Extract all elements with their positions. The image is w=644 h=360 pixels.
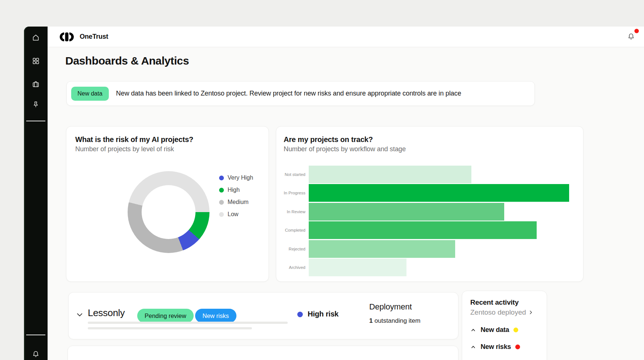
sidebar-divider [26, 121, 45, 121]
chevron-up-icon[interactable] [470, 327, 476, 333]
onetrust-logo-icon [59, 32, 75, 41]
legend-dot [219, 176, 224, 180]
brand-name: OneTrust [80, 33, 108, 41]
bar-category-label: Archived [276, 259, 309, 276]
risk-chart-subtitle: Number of projects by level of risk [75, 145, 174, 153]
risk-chart-card: What is the risk of my AI projects? Numb… [66, 126, 269, 282]
legend-item: Low [219, 211, 253, 218]
bar-row: In Progress [276, 184, 583, 202]
bell-icon[interactable] [32, 350, 40, 358]
legend-dot [219, 212, 224, 217]
outstanding-items: 1 outstanding item [369, 317, 420, 325]
home-icon[interactable] [32, 34, 40, 42]
legend-item: Very High [219, 174, 253, 181]
skeleton-line [88, 322, 288, 324]
main-content: Dashboards & Analytics New data New data… [48, 47, 644, 360]
bar-row: Rejected [276, 240, 583, 258]
bar-row: Archived [276, 259, 583, 276]
bar-category-label: Rejected [276, 240, 309, 258]
sidebar [24, 27, 48, 360]
risk-donut-chart [128, 171, 210, 253]
notification-unread-dot [634, 29, 639, 33]
notifications-bell-icon[interactable] [627, 32, 635, 41]
legend-dot [219, 200, 224, 205]
banner-message: New data has been linked to Zentoso proj… [116, 90, 461, 97]
skeleton-line [88, 327, 252, 329]
chevron-right-icon [528, 310, 533, 315]
recent-activity-panel: Recent activity Zentoso deployed New dat… [462, 291, 547, 360]
bar-category-label: In Progress [276, 184, 309, 202]
bar-in-progress [309, 184, 569, 202]
new-risks-badge[interactable]: New risks [195, 309, 236, 323]
high-risk-label: High risk [308, 310, 339, 318]
zentoso-deployed-label: Zentoso deployed [470, 308, 526, 316]
bar-category-label: In Review [276, 203, 309, 221]
project-name: Lessonly [88, 307, 125, 319]
project-row-lessonly[interactable]: Lessonly Pending review New risks High r… [68, 292, 458, 339]
page-title: Dashboards & Analytics [65, 55, 189, 67]
recent-activity-title: Recent activity [470, 298, 539, 307]
workflow-chart-subtitle: Number of projects by workflow and stage [284, 145, 406, 153]
workflow-chart-card: Are my projects on track? Number of proj… [276, 126, 584, 282]
legend-label: Low [228, 211, 238, 218]
outstanding-label: outstanding item [374, 317, 420, 324]
bar-category-label: Completed [276, 221, 309, 239]
outstanding-count: 1 [369, 317, 373, 324]
donut-hole [142, 185, 195, 239]
next-project-row-partial[interactable] [67, 346, 458, 360]
workflow-bar-chart: Not startedIn ProgressIn ReviewCompleted… [276, 166, 583, 277]
red-status-dot [515, 345, 520, 349]
workflow-chart-title: Are my projects on track? [284, 135, 373, 144]
recent-item-label: New data [481, 326, 509, 334]
recent-item-label: New risks [481, 343, 511, 351]
high-risk-dot [297, 312, 303, 317]
bar-category-label: Not started [276, 166, 309, 183]
bar-row: In Review [276, 203, 583, 221]
apps-grid-icon[interactable] [32, 57, 40, 65]
bar-completed [309, 221, 537, 239]
chevron-down-icon[interactable] [75, 310, 84, 319]
bar-not-started [309, 166, 471, 183]
yellow-status-dot [513, 328, 518, 332]
bar-archived [309, 259, 406, 276]
risk-chart-title: What is the risk of my AI projects? [75, 135, 193, 144]
zentoso-deployed-link[interactable]: Zentoso deployed [470, 308, 539, 316]
briefcase-icon[interactable] [32, 80, 40, 88]
legend-item: High [219, 186, 253, 194]
bar-row: Completed [276, 221, 583, 239]
bar-rejected [309, 240, 455, 258]
bar-in-review [309, 203, 504, 221]
bar-row: Not started [276, 166, 583, 183]
risk-legend: Very HighHighMediumLow [219, 174, 253, 223]
legend-dot [219, 188, 224, 193]
recent-item-new-risks[interactable]: New risks [470, 343, 539, 351]
new-data-badge: New data [71, 87, 109, 101]
legend-label: Very High [228, 174, 253, 181]
top-header: OneTrust [48, 27, 644, 47]
stage-name: Deployment [369, 302, 412, 312]
recent-item-new-data[interactable]: New data [470, 326, 539, 334]
legend-item: Medium [219, 198, 253, 206]
notification-banner: New data New data has been linked to Zen… [66, 81, 535, 106]
legend-label: High [228, 187, 240, 193]
chevron-up-icon[interactable] [470, 344, 476, 350]
sidebar-divider-bottom [26, 335, 45, 335]
legend-label: Medium [228, 199, 249, 205]
pending-review-badge[interactable]: Pending review [137, 309, 194, 323]
pin-icon[interactable] [32, 101, 40, 109]
